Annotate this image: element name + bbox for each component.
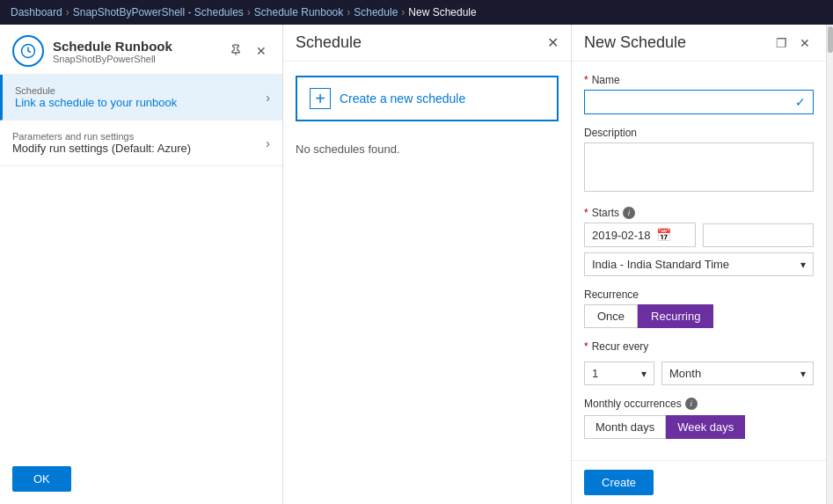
recur-unit-select[interactable]: Month ▾	[661, 362, 814, 385]
starts-required-star: *	[584, 207, 588, 219]
panel1-header-text: Schedule Runbook SnapShotByPowerShell	[53, 39, 172, 64]
monthly-info-icon[interactable]: i	[685, 398, 698, 410]
breadcrumb-sep-1: ›	[66, 6, 69, 18]
date-input[interactable]: 2019-02-18 📅	[584, 223, 696, 247]
breadcrumb-sep-2: ›	[247, 6, 251, 18]
starts-label: * Starts i	[584, 207, 814, 219]
create-button[interactable]: Create	[584, 470, 654, 495]
params-nav-label: Parameters and run settings	[12, 131, 191, 142]
name-input-wrapper[interactable]: SnapshotSchedulein ✓	[584, 90, 814, 114]
timezone-value: India - India Standard Time	[592, 258, 729, 271]
schedule-runbook-panel: Schedule Runbook SnapShotByPowerShell ✕ …	[0, 25, 283, 504]
breadcrumb-schedule[interactable]: Schedule	[354, 6, 398, 18]
panel3-footer: Create	[572, 460, 826, 504]
starts-row: 2019-02-18 📅 6:32 PM	[584, 223, 814, 247]
description-field-group: Description	[584, 127, 814, 194]
recurrence-field-group: Recurrence Once Recurring	[584, 289, 814, 328]
panel1-actions: ✕	[226, 42, 270, 61]
starts-field-group: * Starts i 2019-02-18 📅 6:32 PM India - …	[584, 207, 814, 276]
schedule-nav-text: Link a schedule to your runbook	[15, 96, 177, 109]
restore-panel3-button[interactable]: ❐	[772, 34, 791, 52]
recur-unit-value: Month	[669, 367, 701, 380]
breadcrumb-sep-3: ›	[347, 6, 350, 18]
panel2-header: Schedule ✕	[283, 25, 571, 62]
recur-every-chevron-icon: ▾	[641, 368, 647, 380]
panel1-header: Schedule Runbook SnapShotByPowerShell ✕	[0, 25, 282, 75]
name-label: * Name	[584, 74, 814, 86]
name-field-group: * Name SnapshotSchedulein ✓	[584, 74, 814, 114]
recur-unit-chevron-icon: ▾	[800, 368, 806, 380]
no-schedules-text: No schedules found.	[283, 135, 571, 163]
recur-every-label: * Recur every	[584, 340, 814, 353]
recurrence-row: Once Recurring	[584, 304, 814, 328]
panel1-title: Schedule Runbook	[53, 39, 172, 54]
close-panel2-button[interactable]: ✕	[547, 34, 559, 51]
breadcrumb-current: New Schedule	[408, 6, 476, 18]
name-required-star: *	[584, 74, 588, 86]
panel1-subtitle: SnapShotByPowerShell	[53, 54, 172, 64]
ok-button[interactable]: OK	[12, 466, 71, 492]
breadcrumb: Dashboard › SnapShotByPowerShell - Sched…	[0, 0, 833, 25]
recurrence-label: Recurrence	[584, 289, 814, 301]
description-label: Description	[584, 127, 814, 139]
week-days-button[interactable]: Week days	[666, 415, 745, 439]
schedule-runbook-icon	[12, 35, 44, 67]
breadcrumb-sep-4: ›	[401, 6, 405, 18]
month-days-button[interactable]: Month days	[584, 415, 666, 439]
breadcrumb-dashboard[interactable]: Dashboard	[11, 6, 62, 18]
recurring-button[interactable]: Recurring	[638, 304, 713, 328]
panel3-title: New Schedule	[584, 33, 686, 52]
panel3-header: New Schedule ❐ ✕	[572, 25, 826, 62]
plus-icon: +	[310, 88, 331, 109]
calendar-icon: 📅	[656, 228, 671, 242]
params-nav-item[interactable]: Parameters and run settings Modify run s…	[0, 121, 282, 166]
monthly-label: Monthly occurrences i	[584, 398, 814, 410]
schedule-nav-chevron: ›	[266, 91, 270, 105]
monthly-field-group: Monthly occurrences i Month days Week da…	[584, 398, 814, 439]
recur-every-select[interactable]: 1 ▾	[584, 362, 654, 385]
panel3-actions: ❐ ✕	[772, 34, 814, 52]
time-input-wrapper[interactable]: 6:32 PM	[703, 223, 815, 247]
once-button[interactable]: Once	[584, 304, 638, 328]
create-schedule-label: Create a new schedule	[340, 91, 465, 106]
description-input[interactable]	[584, 142, 814, 192]
panel2-title: Schedule	[296, 33, 362, 52]
date-value: 2019-02-18	[592, 229, 651, 242]
breadcrumb-snapshots[interactable]: SnapShotByPowerShell - Schedules	[73, 6, 244, 18]
pin-button[interactable]	[226, 42, 245, 61]
breadcrumb-runbook[interactable]: Schedule Runbook	[254, 6, 343, 18]
panel1-footer: OK	[0, 454, 282, 504]
recur-every-field-group: * Recur every 1 ▾ Month ▾	[584, 340, 814, 385]
schedule-panel: Schedule ✕ + Create a new schedule No sc…	[283, 25, 572, 504]
recur-every-required-star: *	[584, 340, 588, 353]
name-check-icon: ✓	[795, 95, 806, 109]
schedule-nav-label: Schedule	[15, 85, 177, 96]
monthly-row: Month days Week days	[584, 415, 814, 439]
close-panel1-button[interactable]: ✕	[252, 42, 270, 60]
scrollbar-thumb[interactable]	[828, 26, 833, 53]
name-input[interactable]: SnapshotSchedulein	[592, 96, 795, 109]
recur-every-value: 1	[592, 367, 598, 380]
schedule-nav-item[interactable]: Schedule Link a schedule to your runbook…	[0, 75, 282, 121]
create-schedule-button[interactable]: + Create a new schedule	[296, 76, 559, 121]
close-panel3-button[interactable]: ✕	[796, 34, 814, 52]
timezone-select[interactable]: India - India Standard Time ▾	[584, 252, 814, 276]
time-input[interactable]: 6:32 PM	[711, 229, 807, 242]
main-layout: Schedule Runbook SnapShotByPowerShell ✕ …	[0, 25, 833, 504]
panel3-body: * Name SnapshotSchedulein ✓ Description …	[572, 62, 826, 460]
scrollbar[interactable]	[826, 25, 833, 504]
starts-info-icon[interactable]: i	[623, 207, 635, 219]
recur-every-row: 1 ▾ Month ▾	[584, 362, 814, 385]
params-nav-text: Modify run settings (Default: Azure)	[12, 142, 191, 155]
new-schedule-panel: New Schedule ❐ ✕ * Name SnapshotSchedule…	[572, 25, 826, 504]
timezone-chevron-icon: ▾	[800, 259, 806, 271]
params-nav-chevron: ›	[266, 136, 270, 150]
